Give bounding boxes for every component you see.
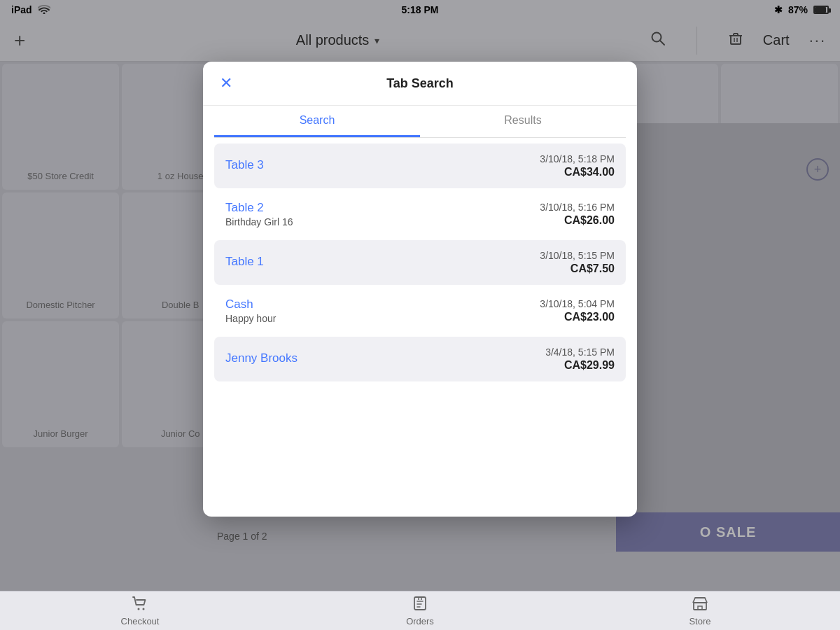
checkout-icon [132,596,148,615]
modal-tabs: Search Results [214,106,626,138]
result-sub: Happy hour [225,313,276,324]
result-left: Table 2 Birthday Girl 16 [225,201,293,227]
result-amount: CA$26.00 [540,214,615,227]
close-icon: ✕ [220,74,232,92]
result-item-table2[interactable]: Table 2 Birthday Girl 16 3/10/18, 5:16 P… [214,191,626,237]
modal-header: ✕ Tab Search [203,62,637,106]
tab-search[interactable]: Search [214,106,420,137]
result-name: Table 3 [225,158,264,172]
store-label: Store [689,616,710,626]
result-date: 3/10/18, 5:18 PM [540,153,615,164]
orders-icon [412,596,428,615]
result-amount: CA$23.00 [540,311,615,323]
orders-label: Orders [406,616,434,626]
tab-store[interactable]: Store [560,596,840,626]
result-date: 3/10/18, 5:04 PM [540,298,615,309]
tab-bar: Checkout Orders Store [0,591,840,630]
result-item-table3[interactable]: Table 3 3/10/18, 5:18 PM CA$34.00 [214,144,626,188]
results-list: Table 3 3/10/18, 5:18 PM CA$34.00 Table … [203,138,637,517]
svg-point-10 [143,608,145,610]
result-left: Cash Happy hour [225,298,276,324]
store-icon [692,596,708,615]
result-amount: CA$34.00 [540,166,615,178]
svg-rect-11 [414,597,426,610]
result-date: 3/10/18, 5:16 PM [540,202,615,213]
result-date: 3/10/18, 5:15 PM [540,250,615,261]
result-left: Table 3 [225,158,264,174]
result-left: Jenny Brooks [225,351,298,367]
tab-results[interactable]: Results [420,106,626,137]
modal-overlay: ✕ Tab Search Search Results Table 3 3/10… [0,0,840,630]
modal-title: Tab Search [386,76,454,91]
result-item-cash[interactable]: Cash Happy hour 3/10/18, 5:04 PM CA$23.0… [214,288,626,334]
result-name: Jenny Brooks [225,351,298,365]
result-name: Cash [225,298,276,312]
tab-checkout[interactable]: Checkout [0,596,280,626]
result-sub: Birthday Girl 16 [225,216,293,227]
result-name: Table 2 [225,201,293,215]
result-right: 3/10/18, 5:15 PM CA$7.50 [540,250,615,275]
result-item-table1[interactable]: Table 1 3/10/18, 5:15 PM CA$7.50 [214,240,626,285]
svg-point-9 [138,608,140,610]
result-name: Table 1 [225,255,264,269]
result-amount: CA$29.99 [545,359,615,372]
result-item-jenny[interactable]: Jenny Brooks 3/4/18, 5:15 PM CA$29.99 [214,337,626,382]
result-date: 3/4/18, 5:15 PM [545,346,615,358]
result-right: 3/10/18, 5:16 PM CA$26.00 [540,202,615,227]
tab-orders[interactable]: Orders [280,596,560,626]
result-right: 3/10/18, 5:04 PM CA$23.00 [540,298,615,323]
result-right: 3/4/18, 5:15 PM CA$29.99 [545,346,615,372]
checkout-label: Checkout [121,616,160,626]
close-button[interactable]: ✕ [217,73,235,94]
tab-search-modal: ✕ Tab Search Search Results Table 3 3/10… [203,62,637,517]
result-right: 3/10/18, 5:18 PM CA$34.00 [540,153,615,178]
result-left: Table 1 [225,255,264,270]
result-amount: CA$7.50 [540,262,615,275]
